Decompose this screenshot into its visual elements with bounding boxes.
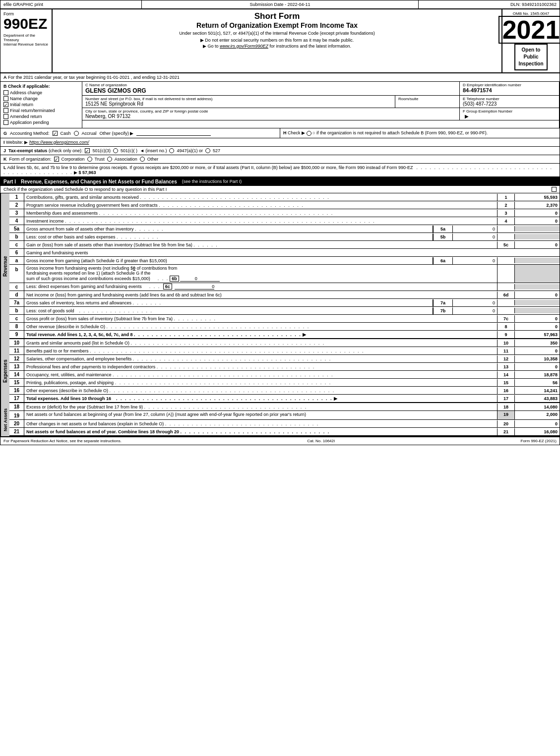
- section-a-label: A: [3, 75, 7, 80]
- row-5a-num: 5a: [9, 225, 24, 233]
- row-7b: b Less: cost of goods sold . . . . . . .…: [9, 307, 560, 315]
- row-20-desc: Other changes in net assets or fund bala…: [24, 420, 498, 427]
- go-to: ▶ Go to www.irs.gov/Form990EZ for instru…: [56, 44, 498, 49]
- schedule-o-checkbox[interactable]: [552, 187, 557, 192]
- corporation-checkbox[interactable]: [54, 157, 59, 162]
- row-6a-subline: 6a: [433, 257, 453, 264]
- row-6a-num: a: [9, 257, 24, 264]
- 501c-label: 501(c)( ): [121, 148, 137, 153]
- ein-label: D Employer identification number: [463, 83, 556, 87]
- initial-return-checkbox[interactable]: [3, 102, 8, 107]
- amended-return-checkbox[interactable]: [3, 114, 8, 119]
- row-21-num: 21: [9, 428, 24, 435]
- org-name-label: C Name of organization: [85, 83, 456, 87]
- row-9-line: 9: [498, 331, 515, 338]
- section-l-label: L: [3, 165, 6, 170]
- section-b: B Check if applicable: Address change Na…: [0, 82, 82, 128]
- 4947-radio[interactable]: [169, 148, 174, 153]
- expenses-rows: 10 Grants and similar amounts paid (list…: [9, 339, 560, 403]
- row-6a-amount-empty: [515, 258, 560, 263]
- revenue-rows: 1 Contributions, gifts, grants, and simi…: [9, 193, 560, 339]
- row-21-amount: 16,080: [515, 428, 560, 435]
- trust-radio[interactable]: [87, 157, 92, 162]
- row-18-desc: Excess or (deficit) for the year (Subtra…: [24, 404, 498, 410]
- row-4: 4 Investment income . . . . . . . . . . …: [9, 217, 560, 225]
- revenue-side-label: Revenue: [0, 193, 9, 339]
- row-7a-num: 7a: [9, 299, 24, 306]
- application-pending-label: Application pending: [10, 120, 49, 125]
- other-radio[interactable]: [140, 157, 145, 162]
- section-k: K Form of organization: Corporation Trus…: [0, 155, 560, 164]
- row-15-amount: 56: [515, 379, 560, 386]
- row-9-num: 9: [9, 331, 24, 338]
- website-url[interactable]: https://www.glensgizmos.com/: [29, 140, 89, 145]
- row-7c-desc: Gross profit or (loss) from sales of inv…: [24, 315, 498, 322]
- part1-title: Revenue, Expenses, and Changes in Net As…: [21, 179, 177, 184]
- section-a: A For the 2021 calendar year, or tax yea…: [0, 73, 560, 82]
- address-label: Number and street (or P.O. box, if mail …: [85, 97, 392, 101]
- city-value: Newberg, OR 97132: [85, 114, 456, 119]
- row-5a-amount-empty: [515, 226, 560, 232]
- row-7a-subline: 7a: [433, 299, 453, 306]
- open-to-public: Open to Public Inspection: [514, 44, 547, 70]
- amended-return-row[interactable]: Amended return: [3, 114, 79, 119]
- 527-radio[interactable]: [205, 148, 210, 153]
- 527-label: 527: [213, 148, 220, 153]
- row-13-amount: 0: [515, 363, 560, 370]
- row-7b-subline: 7b: [433, 307, 453, 314]
- row-10-desc: Grants and similar amounts paid (list in…: [24, 340, 498, 347]
- accrual-radio[interactable]: [74, 131, 79, 136]
- row-6c-line-empty: [498, 284, 515, 290]
- row-14-desc: Occupancy, rent, utilities, and maintena…: [24, 371, 498, 378]
- section-g-label: G: [3, 131, 7, 136]
- h-radio[interactable]: [307, 131, 311, 136]
- 501c-radio[interactable]: [113, 148, 118, 153]
- cash-checkbox[interactable]: [53, 131, 58, 136]
- row-8-desc: Other revenue (describe in Schedule O) .…: [24, 323, 498, 330]
- website-label: Website: ▶: [6, 140, 28, 145]
- row-5a-line-empty: [498, 226, 515, 232]
- row-12-amount: 10,358: [515, 355, 560, 362]
- initial-return-row[interactable]: Initial return: [3, 102, 79, 107]
- final-return-row[interactable]: Final return/terminated: [3, 108, 79, 113]
- 501c3-checkbox[interactable]: [85, 148, 90, 153]
- row-16-num: 16: [9, 387, 24, 394]
- final-return-checkbox[interactable]: [3, 108, 8, 113]
- section-i-label: I: [3, 140, 5, 145]
- form-ref: Form 990-EZ (2021): [521, 439, 557, 443]
- row-6c-desc: Less: direct expenses from gaming and fu…: [24, 283, 498, 291]
- row-12-line: 12: [498, 355, 515, 362]
- gh-section: G Accounting Method: Cash Accrual Other …: [0, 128, 560, 138]
- row-3-line: 3: [498, 210, 515, 217]
- cat-no: Cat. No. 10642I: [307, 439, 335, 443]
- application-pending-checkbox[interactable]: [3, 120, 8, 125]
- row-6-desc: Gaming and fundraising events: [24, 249, 560, 256]
- expenses-section: Expenses 10 Grants and similar amounts p…: [0, 339, 560, 403]
- row-5a-desc: Gross amount from sale of assets other t…: [24, 226, 433, 233]
- row-12: 12 Salaries, other compensation, and emp…: [9, 355, 560, 363]
- name-change-row[interactable]: Name change: [3, 96, 79, 101]
- phone-label: E Telephone number: [463, 97, 556, 101]
- row-4-num: 4: [9, 217, 24, 225]
- row-8-amount: 0: [515, 323, 560, 330]
- form-of-org-label: Form of organization:: [9, 157, 52, 162]
- address-change-row[interactable]: Address change: [3, 90, 79, 95]
- row-11: 11 Benefits paid to or for members . . .…: [9, 347, 560, 355]
- year: 2021: [498, 16, 560, 44]
- row-10-line: 10: [498, 340, 515, 347]
- address-change-checkbox[interactable]: [3, 90, 8, 95]
- association-radio[interactable]: [107, 157, 112, 162]
- irs-url[interactable]: www.irs.gov/Form990EZ: [220, 44, 268, 49]
- row-5c-desc: Gain or (loss) from sale of assets other…: [24, 241, 498, 248]
- application-pending-row[interactable]: Application pending: [3, 120, 79, 125]
- org-info: C Name of organization GLENS GIZMOS ORG …: [82, 82, 560, 128]
- part1-see-instructions: (see the instructions for Part I): [182, 179, 242, 184]
- row-18-line: 18: [498, 404, 515, 410]
- row-16-line: 16: [498, 387, 515, 394]
- row-11-num: 11: [9, 347, 24, 354]
- name-change-checkbox[interactable]: [3, 96, 8, 101]
- section-b-label: B: [3, 84, 7, 89]
- other-label: Other (specify) ▶: [100, 131, 134, 136]
- amended-return-label: Amended return: [10, 114, 42, 119]
- group-label: F Group Exemption Number: [463, 109, 556, 114]
